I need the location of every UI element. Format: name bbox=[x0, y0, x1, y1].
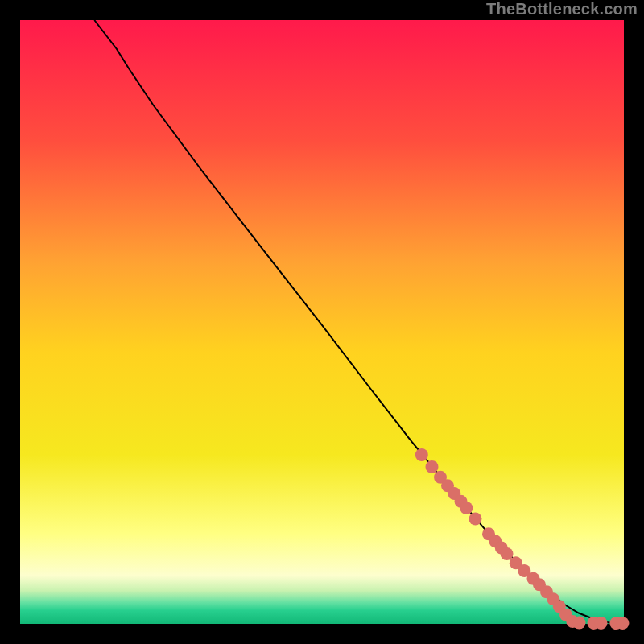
watermark-text: TheBottleneck.com bbox=[486, 0, 638, 19]
scatter-point bbox=[415, 448, 428, 461]
scatter-point bbox=[460, 502, 473, 514]
scatter-point bbox=[501, 547, 514, 560]
scatter-point bbox=[573, 617, 586, 630]
chart-stage: TheBottleneck.com bbox=[0, 0, 644, 644]
scatter-point bbox=[617, 617, 630, 630]
chart-svg bbox=[0, 0, 644, 644]
scatter-point bbox=[595, 617, 608, 630]
scatter-point bbox=[469, 513, 482, 526]
scatter-point bbox=[426, 460, 439, 473]
plot-background bbox=[20, 20, 624, 624]
